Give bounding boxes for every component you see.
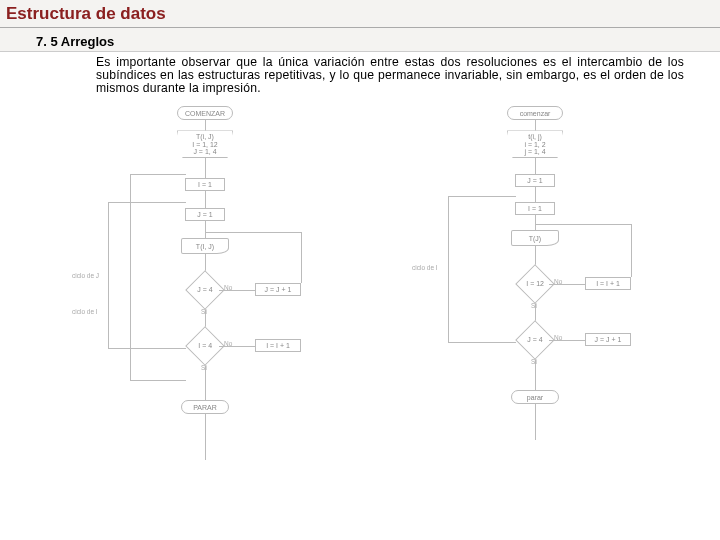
read-input-r: t(i, j) i = 1, 2 j = 1, 4	[507, 130, 563, 158]
label-yes: Sí	[201, 308, 207, 315]
assign-i-r: I = 1	[515, 202, 555, 215]
start-terminal: COMENZAR	[177, 106, 233, 120]
loop-label-i-r: ciclo de I	[412, 264, 438, 271]
loop-label-j: ciclo de J	[72, 272, 99, 279]
loop-label-i: ciclo de I	[72, 308, 98, 315]
output-tij: T(I, J)	[181, 238, 229, 254]
start-terminal-r: comenzar	[507, 106, 563, 120]
section-subtitle: 7. 5 Arreglos	[0, 28, 720, 52]
stop-terminal: PARAR	[181, 400, 229, 414]
read-input: T(i, J) I = 1, 12 J = 1, 4	[177, 130, 233, 158]
output-tj: T(J)	[511, 230, 559, 246]
diagram-container: COMENZAR T(i, J) I = 1, 12 J = 1, 4 I = …	[0, 102, 720, 484]
body-paragraph: Es importante observar que la única vari…	[0, 52, 720, 102]
flowchart-left: COMENZAR T(i, J) I = 1, 12 J = 1, 4 I = …	[60, 104, 350, 484]
label-yes-2: Sí	[201, 364, 207, 371]
label-yes-r: Sí	[531, 302, 537, 309]
inc-i: I = I + 1	[255, 339, 301, 352]
flowchart-right: comenzar t(i, j) i = 1, 2 j = 1, 4 J = 1…	[390, 104, 680, 484]
inc-i-r: I = I + 1	[585, 277, 631, 290]
inc-j-r: J = J + 1	[585, 333, 631, 346]
assign-j: J = 1	[185, 208, 225, 221]
assign-j-r: J = 1	[515, 174, 555, 187]
page-title: Estructura de datos	[0, 0, 720, 28]
inc-j: J = J + 1	[255, 283, 301, 296]
assign-i: I = 1	[185, 178, 225, 191]
label-yes-r2: Sí	[531, 358, 537, 365]
stop-terminal-r: parar	[511, 390, 559, 404]
